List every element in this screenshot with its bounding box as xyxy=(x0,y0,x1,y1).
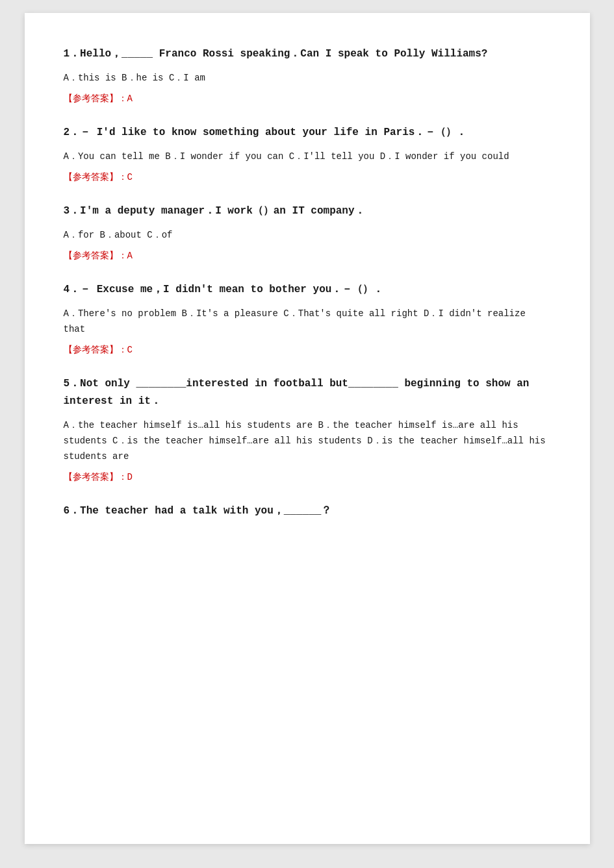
question-text-5: 5．Not only ________interested in footbal… xyxy=(64,375,551,410)
question-block-2: 2．－ I'd like to know something about you… xyxy=(64,124,551,183)
page: 1．Hello，_____ Franco Rossi speaking．Can … xyxy=(25,13,590,844)
question-text-3: 3．I'm a deputy manager．I work（）an IT com… xyxy=(64,203,551,220)
answer-2: 【参考答案】：C xyxy=(64,171,551,183)
answer-4: 【参考答案】：C xyxy=(64,344,551,356)
question-block-5: 5．Not only ________interested in footbal… xyxy=(64,375,551,483)
options-text-4: A．There's no problem B．It's a pleasure C… xyxy=(64,306,551,338)
options-text-5: A．the teacher himself is…all his student… xyxy=(64,418,551,464)
options-text-3: A．for B．about C．of xyxy=(64,228,551,243)
options-text-1: A．this is B．he is C．I am xyxy=(64,71,551,86)
question-text-6: 6．The teacher had a talk with you，______… xyxy=(64,502,551,520)
options-text-2: A．You can tell me B．I wonder if you can … xyxy=(64,149,551,165)
question-block-4: 4．－ Excuse me，I didn't mean to bother yo… xyxy=(64,281,551,356)
question-block-1: 1．Hello，_____ Franco Rossi speaking．Can … xyxy=(64,45,551,105)
answer-5: 【参考答案】：D xyxy=(64,471,551,483)
answer-3: 【参考答案】：A xyxy=(64,250,551,262)
question-block-3: 3．I'm a deputy manager．I work（）an IT com… xyxy=(64,203,551,262)
question-text-2: 2．－ I'd like to know something about you… xyxy=(64,124,551,142)
question-block-6: 6．The teacher had a talk with you，______… xyxy=(64,502,551,520)
question-text-1: 1．Hello，_____ Franco Rossi speaking．Can … xyxy=(64,45,551,63)
answer-1: 【参考答案】：A xyxy=(64,93,551,105)
question-text-4: 4．－ Excuse me，I didn't mean to bother yo… xyxy=(64,281,551,299)
